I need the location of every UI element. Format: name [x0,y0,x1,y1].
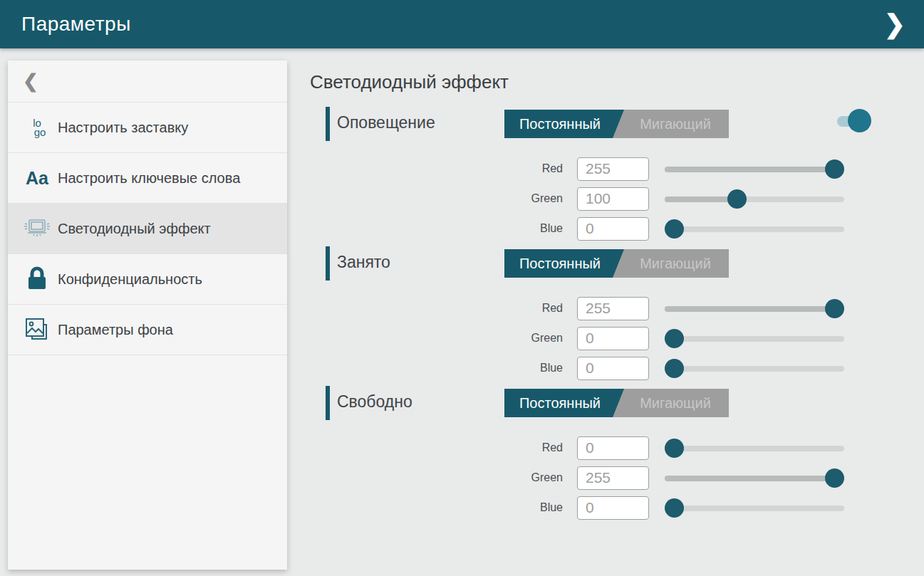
slider-fill [665,306,835,312]
channel-slider[interactable] [665,159,844,179]
mode-segmented: Постоянный Мигающий [504,110,729,138]
sidebar-item-keywords[interactable]: Aa Настроить ключевые слова [8,153,287,204]
alert-enable-toggle[interactable] [837,108,871,134]
sidebar-item-background[interactable]: Параметры фона [8,305,287,355]
channel-value-input[interactable] [577,217,649,241]
slider-track [665,506,844,511]
slider-thumb[interactable] [665,439,684,458]
section-title: Оповещение [337,113,435,132]
accent-bar [326,246,330,281]
channel-row-blue: Blue [310,496,924,520]
channel-label: Blue [310,501,563,514]
slider-thumb[interactable] [825,299,844,318]
channel-value-input[interactable] [577,496,649,520]
toggle-knob [848,109,871,132]
channel-row-red: Red [310,296,924,320]
channel-row-red: Red [310,157,924,181]
channel-row-green: Green [310,466,924,490]
logo-icon-line2: go [34,127,46,137]
channel-value-input[interactable] [577,157,649,181]
sidebar-item-label: Параметры фона [58,320,173,340]
mode-segmented: Постоянный Мигающий [504,249,729,278]
slider-thumb[interactable] [665,498,684,518]
lock-icon [16,266,58,293]
sidebar-back-row: ❮ [8,61,287,103]
channel-row-green: Green [310,187,924,211]
monitor-icon [16,216,58,241]
channel-label: Blue [310,362,563,375]
page-title: Светодиодный эффект [310,71,924,93]
channel-label: Green [310,192,563,205]
sidebar-item-privacy[interactable]: Конфиденциальность [8,254,287,305]
slider-track [665,336,844,342]
sidebar-item-label: Настроить ключевые слова [58,169,240,188]
channel-value-input[interactable] [577,187,649,211]
mode-constant-button[interactable]: Постоянный [504,389,624,417]
mode-blinking-button[interactable]: Мигающий [622,110,729,138]
led-section-free: Свободно Постоянный Мигающий Red Green [310,386,924,520]
channel-label: Blue [310,222,563,235]
sidebar-item-label: Конфиденциальность [58,270,202,289]
slider-thumb[interactable] [825,159,844,179]
channel-label: Red [310,162,563,175]
app-header: Параметры ❯ [0,0,924,48]
channel-slider[interactable] [665,498,844,518]
slider-thumb[interactable] [665,329,684,348]
channel-row-red: Red [310,436,924,460]
sidebar-item-led-effect[interactable]: Светодиодный эффект [8,204,287,254]
channel-label: Red [310,302,563,315]
channel-row-green: Green [310,326,924,350]
channel-value-input[interactable] [577,466,649,490]
slider-thumb[interactable] [727,189,747,209]
slider-fill [665,197,737,202]
channel-slider[interactable] [665,439,844,458]
settings-sidebar: ❮ lo go Настроить заставку Aa Настроить … [8,61,287,570]
accent-bar [326,386,330,420]
forward-chevron-icon[interactable]: ❯ [880,11,910,37]
sidebar-item-label: Светодиодный эффект [58,219,211,239]
led-effect-panel: Светодиодный эффект Оповещение Постоянны… [310,71,924,525]
channel-slider[interactable] [665,219,844,239]
slider-track [665,226,844,232]
slider-thumb[interactable] [665,359,684,378]
led-section-alert: Оповещение Постоянный Мигающий Red Green [310,107,924,241]
app-title: Параметры [21,13,131,36]
slider-thumb[interactable] [825,468,844,488]
channel-value-input[interactable] [577,327,649,350]
slider-track [665,446,844,451]
channel-slider[interactable] [665,329,844,348]
slider-track [665,366,844,372]
aa-text-icon: Aa [16,168,58,189]
channel-row-blue: Blue [310,216,924,241]
channel-label: Red [310,441,563,454]
slider-fill [665,167,835,172]
section-title: Занято [337,253,390,272]
sidebar-item-label: Настроить заставку [58,118,188,137]
images-icon [16,316,58,343]
channel-value-input[interactable] [577,436,649,460]
back-chevron-icon[interactable]: ❮ [23,72,38,90]
channel-value-input[interactable] [577,297,649,320]
mode-constant-button[interactable]: Постоянный [504,249,624,278]
channel-slider[interactable] [665,359,844,378]
accent-bar [326,107,330,141]
channel-slider[interactable] [665,299,844,318]
channel-slider[interactable] [665,468,844,488]
channel-slider[interactable] [665,189,844,209]
logo-icon: lo go [16,118,58,137]
mode-constant-button[interactable]: Постоянный [504,110,624,138]
mode-blinking-button[interactable]: Мигающий [622,389,729,417]
channel-label: Green [310,332,563,345]
led-section-busy: Занято Постоянный Мигающий Red Green [310,246,924,380]
mode-blinking-button[interactable]: Мигающий [622,249,729,278]
channel-value-input[interactable] [577,357,649,380]
sidebar-item-splash[interactable]: lo go Настроить заставку [8,103,287,153]
channel-label: Green [310,471,563,484]
slider-thumb[interactable] [665,219,684,239]
slider-fill [665,476,835,481]
section-title: Свободно [337,392,412,412]
mode-segmented: Постоянный Мигающий [504,389,729,417]
channel-row-blue: Blue [310,356,924,380]
